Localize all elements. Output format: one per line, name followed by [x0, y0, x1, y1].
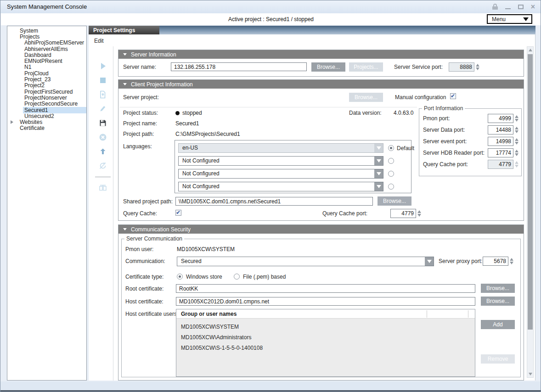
query-cache-port-spinner[interactable]: 4779	[488, 160, 518, 169]
edit-pen-icon[interactable]	[97, 104, 108, 114]
spin-down-icon[interactable]	[515, 165, 518, 168]
server-project-browse-button[interactable]: Browse...	[349, 93, 383, 102]
upload-icon[interactable]	[97, 146, 108, 157]
tree-item-secured1-selected[interactable]: Secured1	[7, 107, 86, 113]
save-icon[interactable]	[97, 118, 108, 128]
add-user-button[interactable]: Add	[481, 320, 515, 329]
chevron-down-icon[interactable]	[425, 257, 434, 266]
export-project-icon[interactable]	[97, 90, 108, 100]
tree-item-project[interactable]: AbhiProjSomeEMServer	[7, 40, 86, 46]
menu-dropdown[interactable]: Menu	[487, 14, 532, 24]
spin-down-icon[interactable]	[515, 153, 518, 156]
spin-down-icon[interactable]	[510, 262, 513, 264]
language-1-default-radio[interactable]	[388, 145, 394, 151]
cancel-icon[interactable]	[97, 132, 108, 142]
list-item[interactable]: MD1005XCW\S-1-5-5-0-1400108	[176, 343, 475, 353]
sync-disabled-icon[interactable]	[97, 161, 108, 171]
spin-up-icon[interactable]	[515, 115, 518, 118]
list-item[interactable]: MD1005XCW\SYSTEM	[176, 322, 475, 332]
spin-up-icon[interactable]	[515, 138, 518, 141]
tree-item-websites[interactable]: Websites	[7, 119, 86, 125]
tree-item-system[interactable]: System	[7, 28, 86, 34]
scrollbar-thumb[interactable]	[528, 54, 533, 330]
column-divider[interactable]	[427, 310, 427, 318]
server-information-header[interactable]: Server Information	[118, 50, 524, 59]
tree-item-project[interactable]: AbhiserverAllEms	[7, 46, 86, 52]
package-icon[interactable]	[97, 182, 108, 192]
query-cache-port-spinner[interactable]: 4779	[390, 209, 421, 218]
language-4-dropdown[interactable]: Not Configured	[178, 182, 383, 191]
chevron-down-icon[interactable]	[374, 169, 383, 178]
projects-button[interactable]: Projects...	[349, 62, 383, 72]
host-certificate-browse-button[interactable]: Browse...	[481, 297, 515, 306]
language-2-dropdown[interactable]: Not Configured	[178, 156, 383, 166]
server-hdb-reader-port-spinner[interactable]: 17774	[488, 148, 518, 157]
service-port-spinner[interactable]: 8888	[449, 62, 479, 72]
server-event-port-spinner[interactable]: 14998	[488, 137, 518, 146]
communication-dropdown[interactable]: Secured	[177, 257, 434, 266]
tree-item-project[interactable]: ProjectSecondSecure	[7, 101, 86, 107]
close-icon[interactable]: ×	[531, 4, 535, 10]
scroll-up-icon[interactable]	[529, 49, 532, 51]
scroll-down-icon[interactable]	[529, 373, 532, 375]
vertical-scrollbar[interactable]	[527, 46, 534, 378]
tree-item-project[interactable]: Project2	[7, 83, 86, 89]
server-name-input[interactable]	[171, 62, 307, 71]
spin-down-icon[interactable]	[515, 130, 518, 133]
spin-down-icon[interactable]	[515, 142, 518, 145]
tree-item-project[interactable]: Unsecured2	[7, 113, 86, 119]
tree-item-project[interactable]: N1	[7, 64, 86, 70]
language-3-default-radio[interactable]	[388, 171, 394, 177]
pmon-port-spinner[interactable]: 4999	[488, 114, 518, 123]
tab-project-settings[interactable]: Project Settings	[89, 26, 159, 34]
language-3-dropdown[interactable]: Not Configured	[178, 169, 383, 179]
collapse-arrow-icon[interactable]	[11, 120, 13, 124]
tree-item-project[interactable]: EMNotPResent	[7, 58, 86, 64]
communication-security-header[interactable]: Communication Security	[118, 225, 524, 234]
spin-up-icon[interactable]	[417, 210, 421, 213]
chevron-down-icon[interactable]	[374, 144, 383, 152]
spin-up-icon[interactable]	[510, 258, 513, 261]
server-proxy-port-spinner[interactable]: 5678	[483, 257, 513, 266]
client-project-information-header[interactable]: Client Project Information	[118, 80, 524, 89]
spin-up-icon[interactable]	[476, 64, 479, 67]
tree-item-project[interactable]: ProjCloud	[7, 70, 86, 76]
spin-up-icon[interactable]	[515, 161, 518, 164]
remove-user-button[interactable]: Remove	[481, 354, 515, 364]
server-browse-button[interactable]: Browse...	[311, 62, 345, 72]
manual-configuration-checkbox[interactable]	[450, 93, 456, 99]
spin-up-icon[interactable]	[515, 127, 518, 129]
root-certificate-input[interactable]	[176, 284, 475, 293]
spin-down-icon[interactable]	[476, 67, 479, 70]
spin-down-icon[interactable]	[515, 119, 518, 122]
edit-menu[interactable]: Edit	[94, 38, 104, 44]
list-item[interactable]: MD1005XCW\Administrators	[176, 332, 475, 343]
language-1-dropdown[interactable]: en-US	[178, 143, 383, 153]
query-cache-checkbox[interactable]	[175, 210, 181, 216]
tree-item-project[interactable]: Dashboard	[7, 52, 86, 58]
maximize-icon[interactable]	[518, 5, 524, 9]
users-list-header[interactable]: Group or user names	[176, 309, 475, 319]
play-icon[interactable]	[97, 61, 108, 71]
minimize-icon[interactable]	[505, 5, 511, 9]
pem-file-radio[interactable]	[234, 274, 240, 280]
spin-down-icon[interactable]	[417, 214, 421, 217]
tree-item-project[interactable]: ProjectNonserver	[7, 95, 86, 101]
tree-item-projects[interactable]: Projects	[7, 34, 86, 39]
host-certificate-input[interactable]	[176, 297, 475, 306]
tree-item-certificate[interactable]: Certificate	[7, 125, 86, 131]
tree-item-project[interactable]: ProjectFirstSecured	[7, 89, 86, 95]
chevron-down-icon[interactable]	[374, 182, 383, 191]
spin-up-icon[interactable]	[515, 150, 518, 152]
server-data-port-spinner[interactable]: 14488	[488, 125, 518, 134]
language-4-default-radio[interactable]	[388, 184, 394, 190]
shared-path-browse-button[interactable]: Browse...	[378, 196, 411, 206]
language-2-default-radio[interactable]	[388, 158, 394, 164]
stop-icon[interactable]	[97, 75, 108, 85]
chevron-down-icon[interactable]	[374, 157, 383, 165]
column-divider[interactable]	[468, 310, 468, 318]
tree-item-project[interactable]: Project_23	[7, 76, 86, 82]
root-certificate-browse-button[interactable]: Browse...	[481, 284, 515, 293]
windows-store-radio[interactable]	[177, 274, 183, 280]
shared-project-path-input[interactable]	[175, 197, 373, 206]
